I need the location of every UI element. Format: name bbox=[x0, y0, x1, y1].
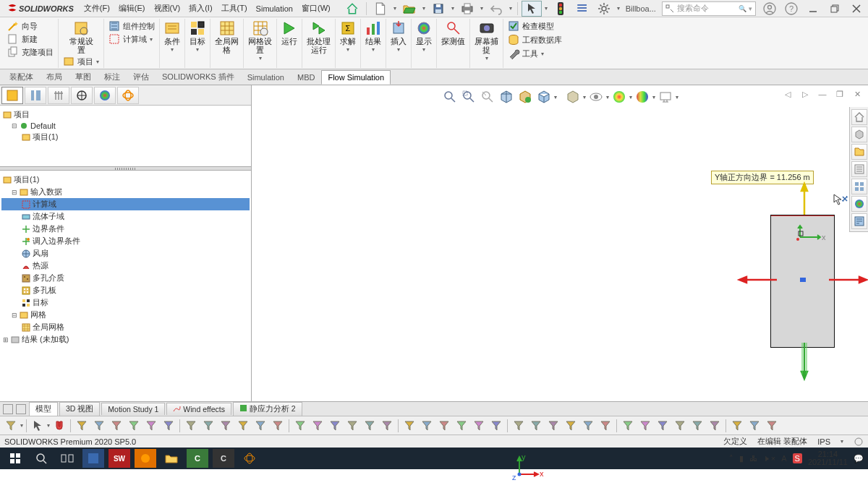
explorer-taskbar-icon[interactable] bbox=[161, 449, 182, 468]
print-icon[interactable] bbox=[457, 1, 477, 17]
eng-database-button[interactable]: 工程数据库 bbox=[508, 34, 562, 46]
view-palette-pane-icon[interactable] bbox=[851, 179, 867, 194]
filter-tool-icon[interactable] bbox=[292, 418, 308, 434]
tree-node[interactable]: 多孔板 bbox=[1, 284, 250, 296]
property-manager-tab-icon[interactable] bbox=[25, 87, 46, 104]
command-tab[interactable]: Simulation bbox=[241, 70, 291, 84]
command-tab[interactable]: 布局 bbox=[40, 69, 69, 85]
command-tab[interactable]: MBD bbox=[291, 70, 321, 84]
tree-node[interactable]: 多孔介质 bbox=[1, 272, 250, 284]
display-manager-tab-icon[interactable] bbox=[94, 87, 116, 104]
component-control-button[interactable]: 组件控制 bbox=[109, 20, 155, 32]
new-icon[interactable] bbox=[370, 1, 391, 17]
menu-item[interactable]: 编辑(E) bbox=[114, 1, 150, 15]
start-icon[interactable] bbox=[4, 449, 26, 468]
run-button[interactable]: 运行 bbox=[277, 19, 302, 68]
filter-tool-icon[interactable] bbox=[252, 418, 268, 434]
home-icon[interactable] bbox=[342, 1, 362, 17]
dropdown-icon[interactable]: ▾ bbox=[508, 5, 514, 12]
restore-icon[interactable] bbox=[826, 1, 843, 16]
filter-tool-icon[interactable] bbox=[620, 418, 636, 434]
filter-tool-icon[interactable] bbox=[707, 418, 723, 434]
resources-pane-icon[interactable] bbox=[851, 127, 867, 142]
save-icon[interactable] bbox=[428, 1, 448, 17]
filter-tool-icon[interactable] bbox=[235, 418, 251, 434]
settings-icon[interactable] bbox=[594, 1, 614, 17]
tree-node[interactable]: ⊟Default bbox=[1, 121, 250, 131]
filter-tool-icon[interactable] bbox=[161, 418, 176, 434]
dropdown-icon[interactable]: ▾ bbox=[421, 5, 427, 12]
filter-tool-icon[interactable] bbox=[528, 418, 544, 434]
tray-network-icon[interactable]: 🖧 bbox=[749, 454, 757, 463]
edit-appearance-icon[interactable] bbox=[610, 88, 628, 106]
filter-tool-icon[interactable] bbox=[689, 418, 705, 434]
next-view-icon[interactable]: ▷ bbox=[799, 88, 812, 100]
command-tab[interactable]: SOLIDWORKS 插件 bbox=[156, 69, 241, 85]
tree-root[interactable]: 项目(1) bbox=[1, 174, 250, 186]
minimize-icon[interactable] bbox=[804, 1, 822, 16]
feature-tree-tab-icon[interactable] bbox=[1, 87, 23, 104]
tree-node[interactable]: ⊟输入数据 bbox=[1, 186, 250, 198]
search-input[interactable]: 搜索命令 🔍 ▾ bbox=[662, 1, 756, 16]
filter-tool-icon[interactable] bbox=[545, 418, 561, 434]
command-tab[interactable]: Flow Simulation bbox=[321, 70, 391, 85]
tree-node[interactable]: 边界条件 bbox=[1, 223, 250, 235]
filter-tool-icon[interactable] bbox=[143, 418, 159, 434]
x-pos-handle[interactable] bbox=[829, 276, 867, 283]
check-model-button[interactable]: 检查模型 bbox=[508, 20, 562, 32]
configuration-tab-icon[interactable] bbox=[48, 87, 69, 104]
filter-tool-icon[interactable] bbox=[597, 418, 613, 434]
tray-battery-icon[interactable]: ▮ bbox=[739, 454, 744, 463]
select-tool-icon[interactable] bbox=[30, 418, 46, 434]
tray-chevron-icon[interactable]: ˄ bbox=[729, 454, 733, 463]
vp-minimize-icon[interactable]: — bbox=[816, 88, 829, 100]
filter-tool-icon[interactable] bbox=[729, 418, 745, 434]
filter-tool-icon[interactable] bbox=[91, 418, 107, 434]
bottom-tab[interactable]: Motion Study 1 bbox=[101, 403, 165, 415]
filter-icon[interactable] bbox=[3, 418, 19, 434]
tree-root[interactable]: 项目 bbox=[1, 108, 250, 121]
insert-button[interactable]: 插入▾ bbox=[386, 19, 412, 68]
filter-tool-icon[interactable] bbox=[74, 418, 90, 434]
filter-tool-icon[interactable] bbox=[563, 418, 579, 434]
tree-node[interactable]: ⊞结果 (未加载) bbox=[1, 333, 250, 346]
dropdown-icon[interactable]: ▾ bbox=[543, 5, 549, 12]
help-icon[interactable]: ? bbox=[783, 1, 800, 16]
screen-capture-button[interactable]: 屏幕捕 捉▾ bbox=[470, 19, 503, 68]
status-expand-icon[interactable] bbox=[854, 437, 864, 447]
goals-button[interactable]: 目标▾ bbox=[185, 19, 210, 68]
dynamic-section-icon[interactable] bbox=[516, 88, 534, 106]
tab-nav-next-icon[interactable] bbox=[16, 404, 26, 414]
command-tab[interactable]: 草图 bbox=[69, 69, 98, 85]
tools-button[interactable]: 工具▾ bbox=[508, 48, 562, 59]
command-tab[interactable]: 标注 bbox=[98, 69, 127, 85]
dropdown-icon[interactable]: ▾ bbox=[479, 5, 485, 12]
tree-node[interactable]: 全局网格 bbox=[1, 321, 250, 333]
batch-run-button[interactable]: 批处理 运行 bbox=[302, 19, 336, 68]
global-mesh-button[interactable]: 全局网 格 bbox=[210, 19, 244, 68]
app-taskbar-icon[interactable] bbox=[239, 449, 260, 468]
dimxpert-tab-icon[interactable] bbox=[71, 87, 93, 104]
x-neg-handle[interactable] bbox=[739, 276, 777, 283]
dropdown-icon[interactable]: ▾ bbox=[392, 5, 398, 12]
tray-input-icon[interactable]: S bbox=[793, 453, 802, 463]
vp-restore-icon[interactable]: ❐ bbox=[833, 88, 846, 100]
app-taskbar-icon[interactable]: C bbox=[187, 449, 208, 468]
solve-button[interactable]: Σ求解▾ bbox=[336, 19, 361, 68]
close-icon[interactable] bbox=[848, 1, 865, 16]
magnet-icon[interactable] bbox=[51, 418, 67, 434]
command-tab[interactable]: 装配体 bbox=[3, 69, 40, 85]
splitter[interactable] bbox=[0, 166, 251, 171]
filter-tool-icon[interactable] bbox=[764, 418, 780, 434]
computational-domain-button[interactable]: 计算域▾ bbox=[109, 33, 155, 45]
display-button[interactable]: 显示▾ bbox=[412, 19, 437, 68]
user-icon[interactable] bbox=[761, 1, 778, 16]
tree-node[interactable]: 流体子域 bbox=[1, 210, 250, 223]
filter-tool-icon[interactable] bbox=[401, 418, 417, 434]
filter-tool-icon[interactable] bbox=[488, 418, 504, 434]
tree-node[interactable]: 热源 bbox=[1, 260, 250, 272]
filter-tool-icon[interactable] bbox=[655, 418, 671, 434]
wizard-button[interactable]: 向导 bbox=[7, 20, 54, 32]
filter-tool-icon[interactable] bbox=[419, 418, 435, 434]
hide-show-icon[interactable] bbox=[587, 88, 605, 106]
